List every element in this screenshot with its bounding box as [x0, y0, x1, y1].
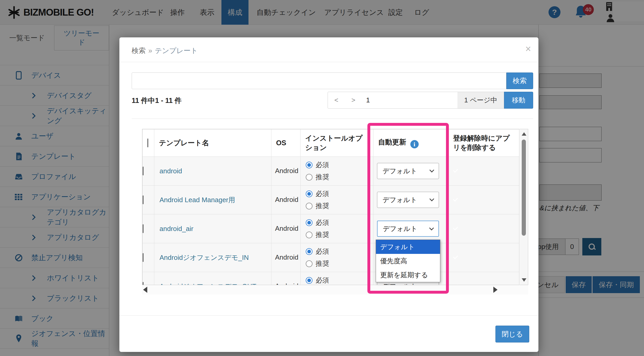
chevron-down-icon: [429, 283, 434, 285]
table-row: Androidジオフェンスデモ_IN Android 必須 推奨: [143, 243, 520, 272]
header-select-all: [143, 129, 154, 157]
divider: [132, 118, 533, 119]
header-unenroll-delete: 登録解除時にアプリを削除する: [448, 129, 520, 157]
breadcrumb-current: テンプレート: [155, 47, 198, 55]
auto-update-value: デフォルト: [382, 167, 417, 176]
template-name: Android Lead Manager用: [154, 186, 271, 214]
prev-page-button[interactable]: <: [328, 92, 345, 109]
radio-required[interactable]: [306, 190, 313, 197]
chevron-down-icon: [429, 196, 434, 201]
info-icon[interactable]: i: [410, 140, 419, 148]
os-value: Android: [271, 243, 301, 272]
row-checkbox[interactable]: [143, 253, 144, 262]
auto-update-value: デフォルト: [383, 224, 417, 233]
chevron-down-icon: [429, 168, 434, 172]
os-value: Android: [271, 214, 301, 243]
radio-recommended-label: 推奨: [316, 259, 329, 268]
auto-update-select[interactable]: デフォルト: [377, 163, 439, 179]
radio-recommended-label: 推奨: [316, 201, 329, 210]
select-all-checkbox[interactable]: [147, 139, 148, 147]
auto-update-dropdown-list: デフォルト 優先度高 更新を延期する: [376, 240, 440, 282]
radio-recommended-label: 推奨: [316, 173, 329, 182]
row-checkbox[interactable]: [143, 224, 144, 233]
radio-required[interactable]: [306, 248, 313, 255]
radio-recommended[interactable]: [306, 232, 313, 238]
scrollbar-thumb[interactable]: [522, 140, 526, 236]
template-search-modal: 検索»テンプレート × 検索 11 件中1 - 11 件 < > 1 1 ページ…: [119, 37, 539, 352]
radio-recommended[interactable]: [306, 260, 313, 267]
template-name: Androidジオフェンスデモ_IN: [154, 243, 271, 272]
radio-recommended-label: 推奨: [316, 230, 329, 239]
breadcrumb: 検索»テンプレート: [132, 46, 198, 55]
template-name: android: [154, 157, 271, 186]
divider: [119, 62, 538, 62]
os-value: Android: [271, 186, 301, 214]
header-auto-update: 自動更新 i: [373, 129, 448, 157]
radio-required[interactable]: [306, 277, 313, 284]
radio-required[interactable]: [306, 162, 313, 168]
auto-update-select[interactable]: デフォルト: [377, 192, 439, 208]
radio-required-label: 必須: [316, 189, 329, 198]
radio-recommended[interactable]: [306, 174, 313, 181]
close-modal-button[interactable]: 閉じる: [495, 326, 529, 342]
header-template-name: テンプレート名: [154, 129, 271, 157]
header-auto-update-label: 自動更新: [378, 138, 406, 146]
header-os: OS: [271, 129, 301, 157]
table-row: Androidジオフェンスデモ_OUT Android 必須 推奨 デフォルト: [143, 272, 520, 285]
table-header-row: テンプレート名 OS インストールオプション 自動更新 i 登録解除時にアプリを…: [143, 129, 520, 157]
row-checkbox[interactable]: [143, 282, 144, 285]
radio-recommended[interactable]: [306, 203, 313, 209]
radio-required-label: 必須: [316, 247, 329, 256]
dropdown-option-postpone[interactable]: 更新を延期する: [376, 268, 440, 282]
breadcrumb-separator: »: [148, 47, 152, 55]
vertical-scrollbar[interactable]: [520, 129, 528, 285]
radio-required-label: 必須: [316, 276, 329, 285]
template-name: Androidジオフェンスデモ_OUT: [154, 272, 271, 285]
template-name: android_air: [154, 214, 271, 243]
page-total-label: 1 ページ中: [457, 92, 504, 109]
divider: [119, 315, 538, 316]
radio-required-label: 必須: [316, 160, 329, 169]
breadcrumb-section: 検索: [132, 47, 146, 55]
scroll-down-icon[interactable]: [522, 278, 526, 282]
search-input[interactable]: [132, 72, 506, 89]
table-row: android Android 必須 推奨 デフォルト: [143, 157, 520, 186]
search-button[interactable]: 検索: [506, 72, 533, 89]
go-page-button[interactable]: 移動: [504, 92, 533, 109]
template-table: テンプレート名 OS インストールオプション 自動更新 i 登録解除時にアプリを…: [142, 129, 519, 285]
radio-required[interactable]: [306, 219, 313, 226]
os-value: Android: [271, 272, 301, 285]
scroll-left-icon[interactable]: [143, 287, 147, 293]
auto-update-select-open[interactable]: デフォルト: [377, 221, 439, 237]
row-checkbox[interactable]: [143, 195, 144, 204]
auto-update-value: デフォルト: [382, 282, 417, 285]
horizontal-scrollbar[interactable]: [142, 285, 528, 294]
result-summary: 11 件中1 - 11 件: [132, 96, 182, 105]
auto-update-value: デフォルト: [382, 195, 417, 205]
dropdown-option-high-priority[interactable]: 優先度高: [376, 254, 440, 268]
page-number-value[interactable]: 1: [362, 92, 458, 109]
scroll-right-icon[interactable]: [493, 287, 498, 293]
os-value: Android: [271, 157, 301, 186]
header-install-option: インストールオプション: [301, 129, 373, 157]
table-row: android_air Android 必須 推奨 デフォルト: [143, 214, 520, 243]
chevron-down-icon: [429, 226, 434, 230]
radio-required-label: 必須: [316, 218, 329, 227]
row-checkbox[interactable]: [143, 167, 144, 175]
close-icon[interactable]: ×: [525, 44, 531, 54]
next-page-button[interactable]: >: [345, 92, 362, 109]
scroll-up-icon[interactable]: [522, 132, 526, 136]
dropdown-option-default[interactable]: デフォルト: [376, 240, 440, 254]
table-row: Android Lead Manager用 Android 必須 推奨 デフォル…: [143, 186, 520, 214]
